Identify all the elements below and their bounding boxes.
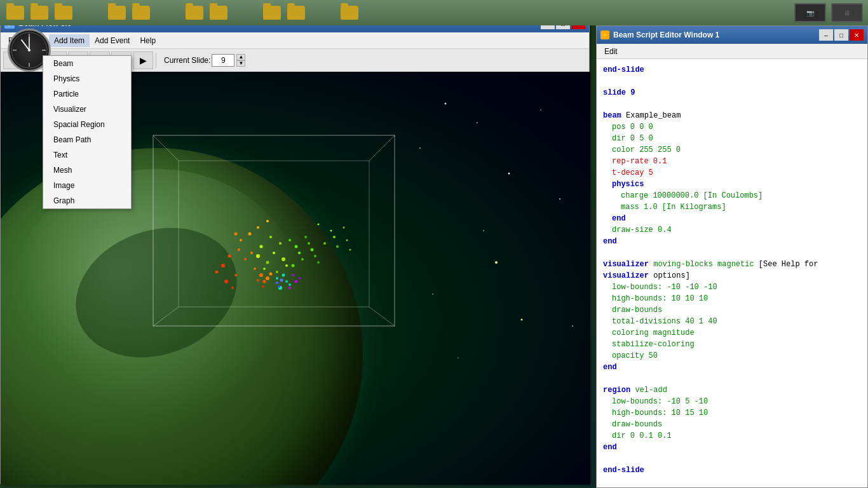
svg-point-56 [304, 236, 307, 238]
right-panel-icon2: 🖥 [831, 3, 863, 22]
svg-point-66 [292, 274, 294, 276]
script-close-btn[interactable]: ✕ [850, 29, 864, 41]
svg-point-16 [483, 230, 484, 231]
svg-point-68 [288, 287, 291, 289]
script-line [603, 76, 861, 87]
script-line: mass 1.0 [In Kilograms] [621, 201, 861, 213]
svg-point-44 [276, 271, 278, 273]
script-line: region vel-add [603, 384, 861, 396]
script-maximize-btn[interactable]: □ [834, 29, 848, 41]
wireframe-box [147, 110, 439, 351]
svg-point-58 [311, 248, 314, 252]
dropdown-item-beam[interactable]: Beam [43, 56, 131, 71]
svg-point-74 [323, 242, 326, 245]
toolbar-play-btn[interactable]: ▶ [133, 51, 153, 69]
taskbar-folder-10[interactable] [341, 6, 358, 20]
taskbar-folder-4[interactable] [108, 6, 126, 20]
svg-line-22 [153, 135, 179, 161]
svg-point-26 [228, 255, 231, 258]
svg-point-80 [266, 276, 269, 280]
svg-point-50 [234, 233, 238, 236]
slide-up-btn[interactable]: ▲ [236, 54, 245, 60]
svg-point-54 [301, 258, 304, 261]
svg-point-39 [279, 242, 281, 245]
taskbar-folder-9[interactable] [287, 6, 305, 20]
svg-point-59 [314, 255, 316, 257]
script-line [603, 476, 861, 487]
svg-point-85 [280, 279, 283, 282]
svg-line-5 [22, 40, 29, 50]
svg-point-77 [349, 249, 351, 251]
script-content[interactable]: end-slide slide 9 beam Example_beam pos … [597, 59, 867, 487]
script-line: visualizer moving-blocks magnetic [See H… [603, 259, 861, 281]
dropdown-item-image[interactable]: Image [43, 178, 131, 193]
dropdown-item-spacial-region[interactable]: Spacial Region [43, 117, 131, 132]
dropdown-item-particle[interactable]: Particle [43, 86, 131, 102]
dropdown-item-visualizer[interactable]: Visualizer [43, 102, 131, 117]
script-line: high-bounds: 10 10 10 [612, 293, 861, 304]
svg-point-71 [330, 230, 332, 232]
svg-point-30 [215, 271, 219, 274]
slide-down-btn[interactable]: ▼ [236, 60, 245, 67]
svg-point-79 [263, 280, 266, 283]
dropdown-item-text[interactable]: Text [43, 147, 131, 163]
script-line: draw-size 0.4 [612, 224, 861, 236]
slide-spinner: ▲ ▼ [236, 54, 245, 67]
script-line: opacity 50 [612, 350, 861, 362]
dropdown-item-beam-path[interactable]: Beam Path [43, 132, 131, 147]
current-slide-input[interactable] [212, 54, 234, 67]
svg-point-43 [281, 257, 285, 261]
svg-point-57 [308, 242, 310, 245]
taskbar-folder-1[interactable] [6, 6, 24, 20]
taskbar-folder-8[interactable] [263, 6, 281, 20]
menu-help[interactable]: Help [135, 34, 161, 47]
toolbar-sep [156, 53, 156, 68]
svg-point-53 [298, 252, 301, 254]
svg-point-15 [521, 319, 523, 321]
svg-line-25 [369, 307, 395, 326]
svg-point-49 [266, 220, 269, 222]
dropdown-item-graph[interactable]: Graph [43, 193, 131, 208]
script-line: beam Example_beam [603, 110, 861, 121]
svg-point-84 [276, 281, 278, 284]
svg-point-65 [288, 283, 291, 286]
dropdown-item-physics[interactable]: Physics [43, 71, 131, 86]
menu-add-item[interactable]: Add Item [49, 34, 90, 47]
svg-point-52 [295, 245, 298, 248]
menu-add-event[interactable]: Add Event [90, 34, 135, 47]
taskbar-folder-7[interactable] [210, 6, 227, 20]
script-line: draw-bounds [612, 419, 861, 430]
script-line: dir 0 0.1 0.1 [612, 430, 861, 442]
svg-point-70 [318, 224, 320, 226]
script-editor-window: ⚡ Beam Script Editor Window 1 – □ ✕ Edit… [596, 25, 868, 488]
main-menubar: File Edit Add Item Add Event Help [1, 32, 589, 49]
dropdown-item-mesh[interactable]: Mesh [43, 163, 131, 178]
taskbar-folder-5[interactable] [132, 6, 150, 20]
script-menu-edit[interactable]: Edit [599, 45, 623, 58]
script-line: end-slide [603, 64, 861, 76]
svg-point-19 [458, 357, 459, 358]
script-line: physics [612, 179, 861, 190]
script-line: end [603, 362, 861, 373]
svg-point-35 [231, 287, 234, 289]
svg-point-75 [336, 245, 339, 248]
svg-point-8 [445, 103, 447, 105]
script-line: pos 0 0 0 [612, 121, 861, 133]
script-line: color 255 255 0 [612, 144, 861, 156]
svg-point-12 [540, 109, 541, 111]
script-line: high-bounds: 10 15 10 [612, 407, 861, 419]
svg-point-83 [262, 285, 264, 288]
svg-rect-21 [179, 161, 369, 307]
svg-point-72 [343, 227, 345, 229]
script-line: rep-rate 0.1 [612, 156, 861, 167]
taskbar-folder-6[interactable] [186, 6, 203, 20]
svg-point-81 [257, 279, 259, 281]
taskbar-folder-3[interactable] [55, 6, 72, 20]
svg-point-64 [276, 277, 278, 280]
script-minimize-btn[interactable]: – [819, 29, 833, 41]
script-line: dir 0 5 0 [612, 133, 861, 144]
svg-point-67 [295, 280, 298, 283]
taskbar-folder-2[interactable] [31, 6, 48, 20]
svg-point-11 [508, 173, 510, 175]
svg-line-24 [153, 307, 179, 326]
